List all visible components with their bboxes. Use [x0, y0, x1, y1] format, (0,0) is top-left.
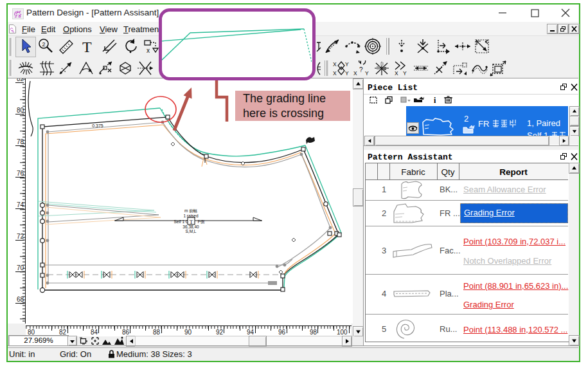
svg-text:i: i — [434, 96, 436, 105]
svg-text:?: ? — [359, 66, 363, 73]
svg-text:Y: Y — [345, 70, 349, 77]
svg-text:F側: F側 — [198, 219, 205, 224]
svg-text:X: X — [353, 70, 357, 77]
svg-text:S,M,L: S,M,L — [186, 229, 197, 233]
svg-text:m 前幅: m 前幅 — [184, 208, 198, 214]
svg-text:X: X — [333, 70, 337, 77]
svg-text:T: T — [190, 219, 193, 225]
svg-text:x: x — [147, 47, 150, 54]
svg-text:2: 2 — [42, 41, 45, 48]
svg-text:X: X — [333, 61, 337, 68]
svg-text:0.375: 0.375 — [92, 124, 103, 128]
svg-text:36,38,40: 36,38,40 — [183, 224, 199, 229]
svg-text:X: X — [395, 70, 398, 77]
svg-text:Y: Y — [345, 61, 349, 68]
svg-text:Self 1 C: Self 1 C — [174, 219, 188, 224]
svg-text:Y: Y — [365, 70, 369, 77]
svg-text:Y: Y — [403, 70, 407, 77]
